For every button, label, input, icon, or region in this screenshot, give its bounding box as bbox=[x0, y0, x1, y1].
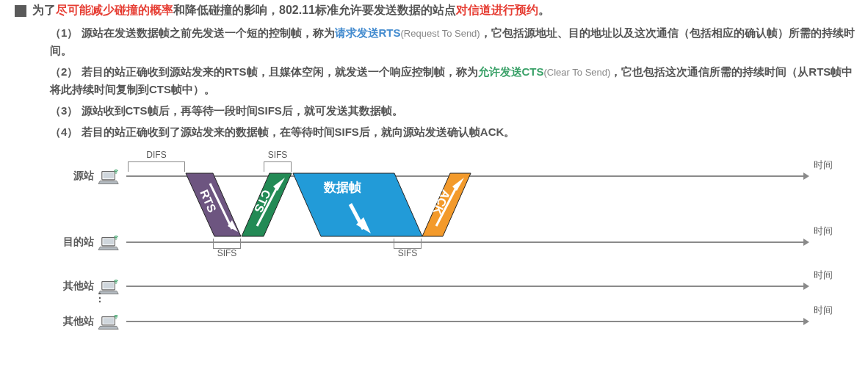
laptop-icon bbox=[98, 166, 122, 186]
title-text: 为了尽可能减少碰撞的概率和降低碰撞的影响，802.11标准允许要发送数据的站点对… bbox=[32, 3, 550, 18]
sifs-label-bot2: SIFS bbox=[394, 248, 422, 258]
ellipsis-dots: ··· bbox=[98, 292, 101, 305]
cts-frame: CTS bbox=[216, 172, 295, 241]
list-item-2: （2） 若目的站正确收到源站发来的RTS帧，且媒体空闲，就发送一个响应控制帧，称… bbox=[50, 63, 861, 98]
t1: 为了 bbox=[32, 4, 56, 16]
data-text: 数据帧 bbox=[324, 179, 361, 196]
difs-label: DIFS bbox=[128, 150, 185, 160]
section-title: 为了尽可能减少碰撞的概率和降低碰撞的影响，802.11标准允许要发送数据的站点对… bbox=[15, 3, 861, 18]
svg-rect-4 bbox=[103, 239, 113, 244]
ack-frame: ACK bbox=[397, 172, 476, 241]
svg-rect-1 bbox=[103, 172, 113, 178]
svg-rect-7 bbox=[103, 283, 113, 288]
svg-point-2 bbox=[115, 172, 117, 174]
svg-rect-10 bbox=[103, 318, 113, 324]
laptop-icon bbox=[98, 311, 122, 332]
sifs-label-top: SIFS bbox=[264, 150, 292, 160]
svg-point-8 bbox=[115, 283, 117, 284]
time-axis-label: 时间 bbox=[814, 225, 833, 238]
row-label: 源站 bbox=[62, 170, 94, 183]
row-label: 目的站 bbox=[62, 236, 94, 249]
bullet-square bbox=[15, 5, 26, 17]
laptop-icon bbox=[98, 232, 122, 252]
timing-diagram: 源站时间目的站时间其他站时间其他站时间 DIFS SIFS SIFS SIFS … bbox=[62, 159, 833, 349]
t5: 。 bbox=[538, 4, 550, 16]
t4: 对信道进行预约 bbox=[456, 4, 538, 16]
time-axis-label: 时间 bbox=[814, 159, 833, 172]
timeline-row-2: 其他站时间 bbox=[62, 276, 833, 297]
timeline-row-3: 其他站时间 bbox=[62, 311, 833, 332]
time-axis-label: 时间 bbox=[814, 269, 833, 282]
sifs-bracket-top bbox=[264, 161, 292, 172]
sifs-label-bot1: SIFS bbox=[213, 248, 241, 258]
svg-point-5 bbox=[115, 239, 117, 240]
timeline-axis bbox=[126, 286, 803, 287]
numbered-list: （1） 源站在发送数据帧之前先发送一个短的控制帧，称为请求发送RTS(Reque… bbox=[15, 24, 861, 141]
time-axis-label: 时间 bbox=[814, 304, 833, 317]
row-label: 其他站 bbox=[62, 280, 94, 293]
list-item-3: （3） 源站收到CTS帧后，再等待一段时间SIFS后，就可发送其数据帧。 bbox=[50, 102, 861, 120]
difs-bracket bbox=[128, 161, 185, 172]
list-item-1: （1） 源站在发送数据帧之前先发送一个短的控制帧，称为请求发送RTS(Reque… bbox=[50, 24, 861, 59]
list-item-4: （4） 若目的站正确收到了源站发来的数据帧，在等待时间SIFS后，就向源站发送确… bbox=[50, 123, 861, 141]
laptop-icon bbox=[98, 276, 122, 297]
timeline-axis bbox=[126, 321, 803, 322]
svg-point-11 bbox=[115, 318, 117, 319]
t2: 尽可能减少碰撞的概率 bbox=[56, 4, 173, 16]
t3: 和降低碰撞的影响，802.11标准允许要发送数据的站点 bbox=[173, 4, 456, 16]
row-label: 其他站 bbox=[62, 315, 94, 328]
